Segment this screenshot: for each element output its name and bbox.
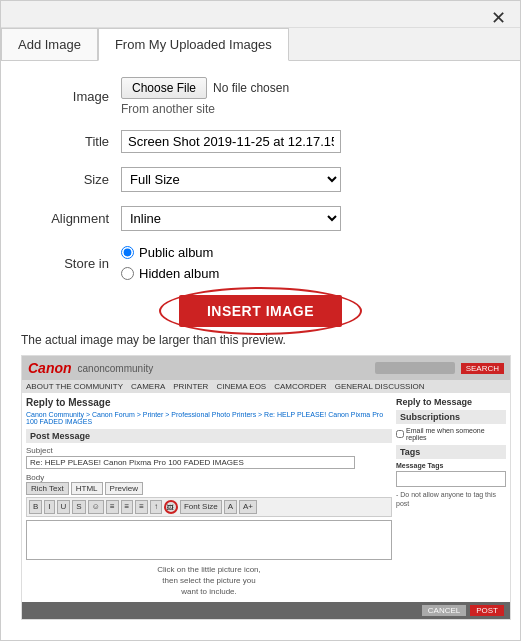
tabs-bar: Add Image From My Uploaded Images	[1, 28, 520, 61]
canon-bottom-buttons: CANCEL POST	[22, 602, 510, 619]
canon-post-button: POST	[470, 605, 504, 616]
canon-left-panel: Reply to Message Canon Community > Canon…	[26, 397, 392, 598]
no-file-text: No file chosen	[213, 81, 289, 95]
canon-nav-camcorder: CAMCORDER	[274, 382, 326, 391]
canon-body-tabs: Rich Text HTML Preview	[26, 482, 392, 495]
canon-subject-input: Re: HELP PLEASE! Canon Pixma Pro 100 FAD…	[26, 456, 355, 469]
title-input[interactable]	[121, 130, 341, 153]
canon-email-sub: Email me when someone replies	[396, 427, 506, 441]
title-label: Title	[21, 134, 121, 149]
canon-align3-btn: ≡	[135, 500, 148, 514]
canon-cancel-button: CANCEL	[422, 605, 466, 616]
store-radio-group: Public album Hidden album	[121, 245, 500, 281]
hidden-album-option[interactable]: Hidden album	[121, 266, 500, 281]
canon-html-tab: HTML	[71, 482, 103, 495]
canon-link-btn: ↑	[150, 500, 162, 514]
insert-image-button[interactable]: INSERT IMAGE	[179, 295, 342, 327]
canon-nav: ABOUT THE COMMUNITY CAMERA PRINTER CINEM…	[22, 380, 510, 393]
canon-tags-title: Tags	[396, 445, 506, 459]
from-another-site-text: From another site	[121, 102, 500, 116]
alignment-select[interactable]: Inline Left Center Right	[121, 206, 341, 231]
canon-body-textarea	[26, 520, 392, 560]
hidden-album-radio[interactable]	[121, 267, 134, 280]
image-row: Image Choose File No file chosen From an…	[21, 77, 500, 116]
size-row: Size Full Size Large Medium Small Thumbn…	[21, 167, 500, 192]
canon-nav-general: GENERAL DISCUSSION	[335, 382, 425, 391]
canon-post-message-title: Post Message	[26, 429, 392, 443]
modal-container: ✕ Add Image From My Uploaded Images Imag…	[0, 0, 521, 641]
canon-header: Canon canoncommunity SEARCH	[22, 356, 510, 380]
canon-bold-btn: B	[29, 500, 42, 514]
canon-subject-label: Subject	[26, 446, 392, 455]
canon-content: Reply to Message Canon Community > Canon…	[22, 393, 510, 602]
alignment-control: Inline Left Center Right	[121, 206, 500, 231]
tab-add-image[interactable]: Add Image	[1, 28, 98, 60]
canon-nav-cinema: CINEMA EOS	[216, 382, 266, 391]
canon-right-title: Reply to Message	[396, 397, 506, 407]
canon-preview-tab: Preview	[105, 482, 143, 495]
alignment-label: Alignment	[21, 211, 121, 226]
canon-align2-btn: ≡	[121, 500, 134, 514]
alignment-row: Alignment Inline Left Center Right	[21, 206, 500, 231]
canon-font-btn: Font Size	[180, 500, 222, 514]
canon-msg-tags-label: Message Tags	[396, 462, 506, 469]
canon-picture-icon: 🖼	[164, 500, 178, 514]
size-control: Full Size Large Medium Small Thumbnail	[121, 167, 500, 192]
canon-email-checkbox	[396, 430, 404, 438]
canon-nav-camera: CAMERA	[131, 382, 165, 391]
canon-tags-input	[396, 471, 506, 487]
title-row: Title	[21, 130, 500, 153]
canon-richtext-tab: Rich Text	[26, 482, 69, 495]
close-button[interactable]: ✕	[487, 9, 510, 27]
image-control: Choose File No file chosen From another …	[121, 77, 500, 116]
canon-callout-area: Click on the little picture icon,then se…	[26, 564, 392, 598]
canon-nav-about: ABOUT THE COMMUNITY	[26, 382, 123, 391]
public-album-label: Public album	[139, 245, 213, 260]
canon-subscriptions-title: Subscriptions	[396, 410, 506, 424]
hidden-album-label: Hidden album	[139, 266, 219, 281]
canon-search-button: SEARCH	[461, 363, 504, 374]
store-in-label: Store in	[21, 256, 121, 271]
size-label: Size	[21, 172, 121, 187]
store-in-control: Public album Hidden album	[121, 245, 500, 281]
canon-search-box	[375, 362, 455, 374]
canon-tag-note: - Do not allow anyone to tag this post	[396, 490, 506, 508]
canon-callout-text: Click on the little picture icon,then se…	[26, 564, 392, 598]
choose-file-button[interactable]: Choose File	[121, 77, 207, 99]
canon-italic-btn: I	[44, 500, 54, 514]
modal-header: ✕	[1, 1, 520, 28]
canon-community-text: canoncommunity	[78, 363, 154, 374]
insert-oval-wrapper: INSERT IMAGE	[179, 295, 342, 327]
canon-email-label: Email me when someone replies	[406, 427, 506, 441]
canon-preview: Canon canoncommunity SEARCH ABOUT THE CO…	[21, 355, 511, 620]
canon-subject-field: Subject Re: HELP PLEASE! Canon Pixma Pro…	[26, 446, 392, 469]
canon-color-btn: A	[224, 500, 237, 514]
canon-toolbar: B I U S ☺ ≡ ≡ ≡ ↑ 🖼 Font Size	[26, 497, 392, 517]
tab-from-uploaded[interactable]: From My Uploaded Images	[98, 28, 289, 61]
file-input-row: Choose File No file chosen	[121, 77, 500, 99]
canon-nav-printer: PRINTER	[173, 382, 208, 391]
form-body: Image Choose File No file chosen From an…	[1, 61, 520, 636]
preview-note: The actual image may be larger than this…	[21, 333, 500, 347]
canon-align-btn: ≡	[106, 500, 119, 514]
canon-breadcrumb: Canon Community > Canon Forum > Printer …	[26, 411, 392, 425]
canon-underline-btn: U	[57, 500, 71, 514]
canon-body-field: Body Rich Text HTML Preview B I U S	[26, 473, 392, 560]
canon-body-label: Body	[26, 473, 392, 482]
canon-strike-btn: S	[72, 500, 85, 514]
canon-right-panel: Reply to Message Subscriptions Email me …	[396, 397, 506, 598]
size-select[interactable]: Full Size Large Medium Small Thumbnail	[121, 167, 341, 192]
title-control	[121, 130, 500, 153]
canon-emoji-btn: ☺	[88, 500, 104, 514]
canon-logo: Canon	[28, 360, 72, 376]
public-album-radio[interactable]	[121, 246, 134, 259]
canon-color2-btn: A+	[239, 500, 257, 514]
public-album-option[interactable]: Public album	[121, 245, 500, 260]
image-label: Image	[21, 89, 121, 104]
insert-button-wrap: INSERT IMAGE	[21, 295, 500, 327]
canon-reply-title: Reply to Message	[26, 397, 392, 408]
store-in-row: Store in Public album Hidden album	[21, 245, 500, 281]
